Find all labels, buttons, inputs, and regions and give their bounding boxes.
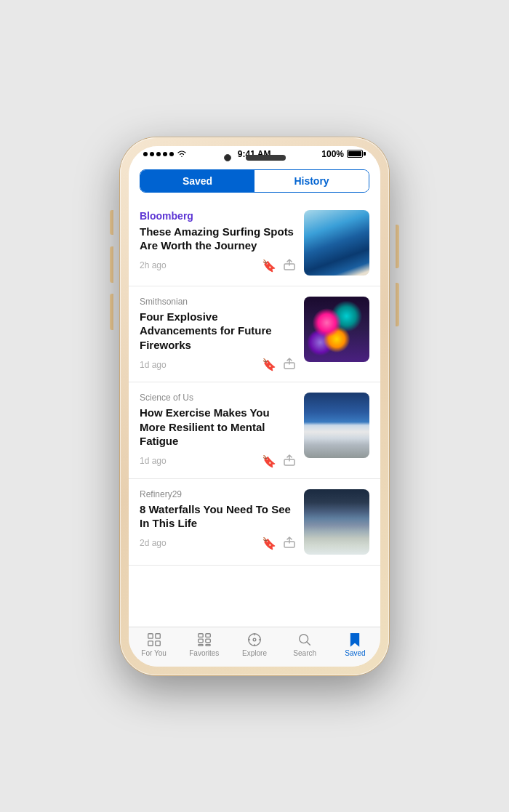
for-you-label: For You <box>141 649 166 657</box>
article-actions: 🔖 <box>262 259 295 273</box>
list-item[interactable]: Bloomberg These Amazing Surfing Spots Ar… <box>129 200 380 286</box>
signal-dot <box>150 152 154 156</box>
volume-down-button2 <box>110 294 113 330</box>
article-time: 2h ago <box>140 260 167 270</box>
volume-up-button <box>110 246 113 283</box>
article-actions: 🔖 <box>262 536 295 550</box>
share-icon[interactable] <box>284 454 295 468</box>
svg-rect-13 <box>206 644 210 646</box>
article-meta: 2d ago 🔖 <box>140 536 295 550</box>
article-source: Smithsonian <box>140 297 295 307</box>
battery-icon <box>347 150 366 158</box>
battery-fill <box>348 151 361 156</box>
signal-dot <box>156 152 161 156</box>
tab-for-you[interactable]: For You <box>129 632 179 657</box>
tab-search[interactable]: Search <box>280 632 330 657</box>
article-title: How Exercise Makes You More Resilient to… <box>140 406 295 449</box>
article-title: 8 Waterfalls You Need To See In This Lif… <box>140 502 295 531</box>
bookmark-icon[interactable]: 🔖 <box>262 358 276 371</box>
list-item[interactable]: Refinery29 8 Waterfalls You Need To See … <box>129 479 380 566</box>
signal-bars <box>143 152 174 156</box>
volume-down-button <box>396 283 399 326</box>
waterfall-image <box>304 489 369 555</box>
for-you-icon <box>146 632 162 648</box>
front-camera <box>224 154 231 161</box>
article-source: Refinery29 <box>140 489 295 499</box>
bookmark-icon[interactable]: 🔖 <box>262 259 276 273</box>
saved-label: Saved <box>345 649 365 657</box>
favorites-label: Favorites <box>189 649 219 657</box>
tab-saved[interactable]: Saved <box>330 632 380 657</box>
mute-button <box>110 210 113 235</box>
article-image <box>304 210 369 276</box>
article-image <box>304 393 369 458</box>
favorites-icon <box>196 632 212 648</box>
articles-list: Bloomberg These Amazing Surfing Spots Ar… <box>129 200 380 627</box>
phone-screen: 9:41 AM 100% Saved History <box>129 146 380 667</box>
speaker-grille <box>246 155 286 161</box>
share-icon[interactable] <box>284 536 295 550</box>
bookmark-icon[interactable]: 🔖 <box>262 454 276 468</box>
article-meta: 1d ago 🔖 <box>140 358 295 371</box>
article-title: Four Explosive Advancements for Future F… <box>140 310 295 353</box>
cycling-image <box>304 393 369 458</box>
battery-tip <box>364 152 366 156</box>
article-source: Science of Us <box>140 393 295 403</box>
article-actions: 🔖 <box>262 358 295 371</box>
article-time: 1d ago <box>140 456 167 466</box>
svg-rect-5 <box>148 640 152 645</box>
svg-rect-9 <box>206 633 210 637</box>
phone-frame: 9:41 AM 100% Saved History <box>120 137 389 675</box>
article-time: 1d ago <box>140 360 167 370</box>
article-title: These Amazing Surfing Spots Are Worth th… <box>140 225 295 253</box>
saved-tab[interactable]: Saved <box>140 170 254 192</box>
battery-body <box>347 150 363 158</box>
search-icon <box>297 632 313 648</box>
history-tab[interactable]: History <box>254 170 369 192</box>
share-icon[interactable] <box>284 358 295 371</box>
saved-icon <box>347 632 363 648</box>
article-meta: 1d ago 🔖 <box>140 454 295 468</box>
article-meta: 2h ago 🔖 <box>140 259 295 273</box>
tab-favorites[interactable]: Favorites <box>179 632 229 657</box>
segment-control: Saved History <box>140 169 369 193</box>
fireworks-image <box>304 297 369 362</box>
signal-dot <box>169 152 174 156</box>
explore-label: Explore <box>242 649 267 657</box>
article-content: Refinery29 8 Waterfalls You Need To See … <box>140 489 295 550</box>
article-content: Science of Us How Exercise Makes You Mor… <box>140 393 295 468</box>
signal-dot <box>143 152 148 156</box>
list-item[interactable]: Smithsonian Four Explosive Advancements … <box>129 286 380 383</box>
status-left <box>143 148 187 159</box>
search-label: Search <box>293 649 316 657</box>
explore-icon <box>247 632 262 648</box>
list-item[interactable]: Science of Us How Exercise Makes You Mor… <box>129 382 380 479</box>
bookmark-icon[interactable]: 🔖 <box>262 536 276 550</box>
article-actions: 🔖 <box>262 454 295 468</box>
svg-rect-4 <box>148 633 152 638</box>
article-content: Bloomberg These Amazing Surfing Spots Ar… <box>140 210 295 273</box>
tab-explore[interactable]: Explore <box>229 632 279 657</box>
svg-point-15 <box>253 638 256 641</box>
svg-rect-6 <box>155 633 159 638</box>
svg-rect-7 <box>155 640 159 645</box>
article-image <box>304 489 369 555</box>
svg-rect-11 <box>206 639 210 643</box>
article-image <box>304 297 369 362</box>
svg-rect-12 <box>199 644 203 646</box>
tab-bar: For You Favorites E <box>129 627 380 667</box>
signal-dot <box>163 152 167 156</box>
article-time: 2d ago <box>140 538 167 548</box>
svg-rect-10 <box>199 639 203 643</box>
power-button <box>396 225 399 268</box>
share-icon[interactable] <box>284 259 295 273</box>
status-right: 100% <box>321 149 366 159</box>
article-source: Bloomberg <box>140 210 295 222</box>
article-content: Smithsonian Four Explosive Advancements … <box>140 297 295 372</box>
svg-rect-8 <box>199 633 203 637</box>
surf-image <box>304 210 369 276</box>
